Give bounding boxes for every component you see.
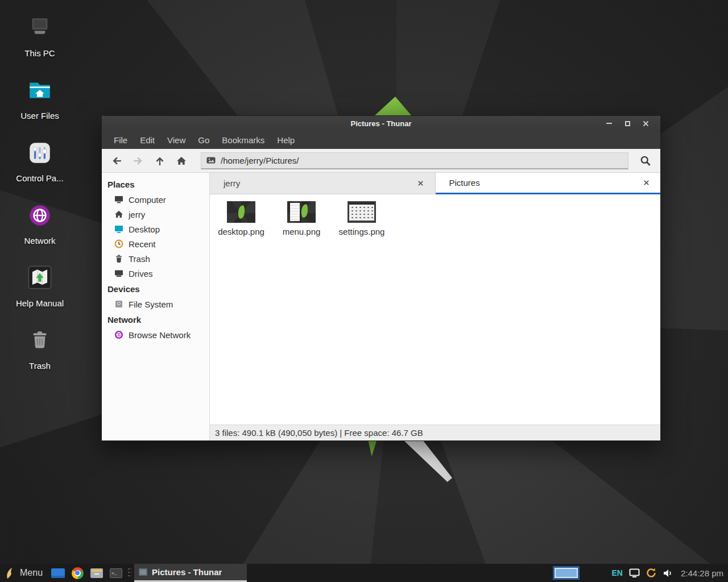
menu-bookmarks[interactable]: Bookmarks [216,131,271,149]
up-button[interactable] [150,151,170,171]
path-text: /home/jerry/Pictures/ [221,156,299,165]
tab-pictures[interactable]: Pictures [436,173,661,194]
computer-icon [114,195,123,204]
file-list[interactable]: desktop.png menu.png [210,194,660,425]
desktop-icon-help-manual[interactable]: Help Manual [10,264,69,321]
menu-file[interactable]: File [107,131,134,149]
file-desktop-png[interactable]: desktop.png [212,201,270,236]
menu-edit[interactable]: Edit [134,131,161,149]
desktop-icon-label: This PC [24,48,55,58]
desktop-icon-trash[interactable]: Trash [10,327,69,384]
file-name: menu.png [283,227,321,236]
sidebar-header-network: Network [102,311,209,327]
sidebar-item-recent[interactable]: Recent [102,236,209,251]
desktop-icon-label: Network [24,236,55,246]
show-desktop-launcher[interactable] [48,564,68,582]
image-thumbnail [287,201,316,223]
sidebar-header-places: Places [102,176,209,192]
sidebar-item-label: Recent [129,239,156,249]
sidebar-item-computer[interactable]: Computer [102,192,209,207]
minimize-icon [606,123,612,124]
sidebar-item-file-system[interactable]: File System [102,297,209,311]
close-icon [643,120,649,127]
forward-icon [133,156,143,166]
close-icon [417,180,424,186]
tab-label: jerry [224,178,240,188]
minimize-button[interactable] [600,116,618,131]
settings-body-graphic [349,205,374,221]
tab-jerry[interactable]: jerry [210,173,436,194]
back-button[interactable] [106,151,127,171]
status-bar: 3 files: 490.1 kB (490,050 bytes) | Free… [210,425,660,440]
window-title: Pictures - Thunar [351,119,412,128]
volume-tray-icon[interactable] [663,568,673,578]
menu-panel-graphic [290,203,300,221]
updates-tray-icon[interactable] [646,567,657,579]
sidebar-item-browse-network[interactable]: Browse Network [102,327,209,342]
start-menu-button[interactable]: Menu [0,564,48,582]
desktop-icon-this-pc[interactable]: This PC [10,15,69,72]
sidebar-item-label: Computer [129,195,166,205]
menu-view[interactable]: View [161,131,192,149]
image-thumbnail [227,201,255,223]
wallpaper-feather-green-tip [374,97,412,116]
taskbar-window-button[interactable]: Pictures - Thunar [134,564,247,582]
status-text: 3 files: 490.1 kB (490,050 bytes) | Free… [215,428,423,438]
control-panel-icon [27,140,53,168]
window-titlebar[interactable]: Pictures - Thunar [102,116,660,131]
tab-close-button[interactable] [416,178,426,189]
forward-button[interactable] [128,151,148,171]
taskbar-window-label: Pictures - Thunar [152,567,222,577]
keyboard-layout-indicator[interactable]: EN [611,568,622,577]
network-globe-icon [27,202,53,231]
tab-bar: jerry Pictures [210,173,660,194]
hard-drive-icon [114,300,123,309]
tasklist-drag-handle[interactable] [127,567,131,579]
system-tray: EN 2:44:28 pm [553,566,728,580]
trash-icon [114,254,123,263]
close-button[interactable] [636,116,655,131]
search-button[interactable] [635,151,656,171]
menu-bar: File Edit View Go Bookmarks Help [102,131,660,149]
menu-help[interactable]: Help [271,131,301,149]
sidebar-item-label: File System [129,300,173,309]
green-feather-graphic [300,203,308,218]
wallpaper-feather-green-sliver [367,441,377,456]
file-menu-png[interactable]: menu.png [272,201,330,236]
path-bar[interactable]: /home/jerry/Pictures/ [201,152,628,169]
active-workspace[interactable] [555,568,578,578]
home-button[interactable] [171,151,192,171]
this-pc-icon [27,15,53,43]
search-icon [640,155,651,167]
taskbar: Menu >_ Pictures - Thunar EN 2:44:28 pm [0,564,728,582]
workspace-switcher[interactable] [553,566,580,580]
sidebar-item-trash[interactable]: Trash [102,251,209,266]
desktop-icon-label: Control Pa... [16,173,63,183]
drives-icon [114,269,123,278]
clock[interactable]: 2:44:28 pm [681,568,723,578]
close-icon [643,180,650,186]
home-icon [114,210,123,219]
display-tray-icon[interactable] [629,568,640,578]
terminal-launcher[interactable]: >_ [106,564,126,582]
file-name: settings.png [339,227,385,236]
desktop-display-icon [114,225,123,234]
desktop-icon-control-panel[interactable]: Control Pa... [10,140,69,197]
chrome-launcher[interactable] [68,564,87,582]
sidebar-item-jerry[interactable]: jerry [102,207,209,222]
desktop-icon-label: Help Manual [16,298,64,308]
desktop-icon-user-files[interactable]: User Files [10,77,69,134]
maximize-button[interactable] [618,116,636,131]
image-thumbnail [348,201,376,223]
sidebar-item-desktop[interactable]: Desktop [102,222,209,236]
sidebar-item-drives[interactable]: Drives [102,266,209,281]
home-icon [176,156,187,166]
file-settings-png[interactable]: settings.png [333,201,391,236]
sidebar: Places Computer jerry Desktop Recent [102,173,210,440]
tab-close-button[interactable] [641,178,651,188]
menu-go[interactable]: Go [192,131,216,149]
back-icon [111,156,122,166]
file-name: desktop.png [218,227,264,236]
desktop-icon-network[interactable]: Network [10,202,69,259]
file-manager-launcher[interactable] [87,564,106,582]
